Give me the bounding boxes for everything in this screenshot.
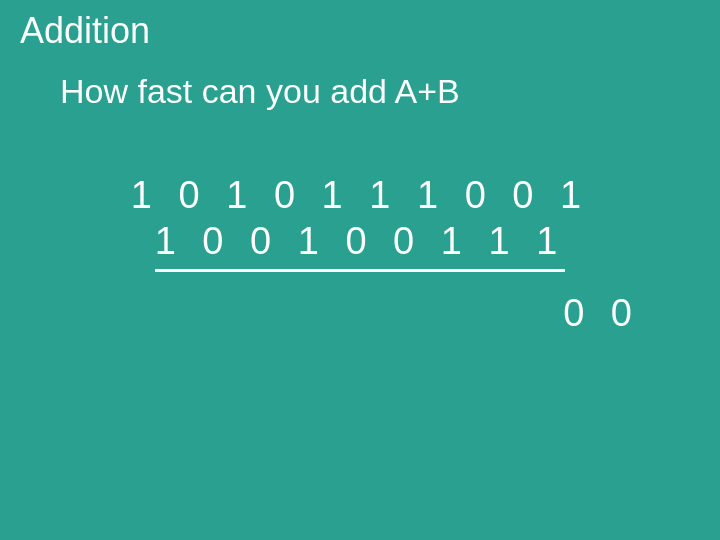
subtitle: How fast can you add A+B (60, 72, 700, 111)
equation-area: 1 0 1 0 1 1 1 0 0 1 1 0 0 1 0 0 1 1 1 0 … (20, 171, 700, 335)
result-row: 0 0 (563, 292, 640, 335)
row-a: 1 0 1 0 1 1 1 0 0 1 (131, 171, 589, 220)
page-title: Addition (20, 10, 700, 52)
page-container: Addition How fast can you add A+B 1 0 1 … (0, 0, 720, 540)
row-b: 1 0 0 1 0 0 1 1 1 (155, 220, 566, 272)
